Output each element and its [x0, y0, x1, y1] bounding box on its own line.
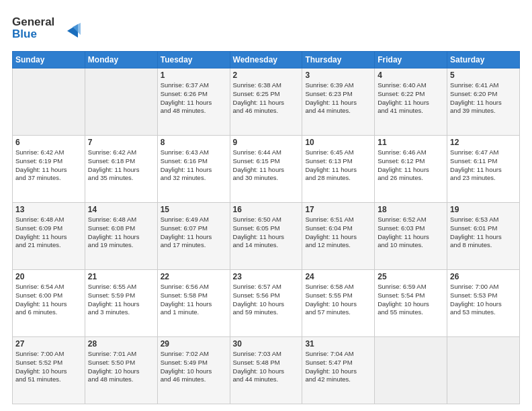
- day-number: 11: [378, 138, 444, 147]
- header: General Blue: [12, 12, 520, 44]
- week-row-4: 20Sunrise: 6:54 AM Sunset: 6:00 PM Dayli…: [13, 270, 520, 337]
- cell-content: Sunrise: 6:52 AM Sunset: 6:03 PM Dayligh…: [378, 216, 444, 250]
- day-number: 17: [305, 205, 371, 214]
- calendar-cell: 16Sunrise: 6:50 AM Sunset: 6:05 PM Dayli…: [230, 203, 302, 270]
- calendar-cell: [447, 337, 520, 404]
- cell-content: Sunrise: 6:54 AM Sunset: 6:00 PM Dayligh…: [15, 283, 82, 317]
- cell-content: Sunrise: 6:49 AM Sunset: 6:07 PM Dayligh…: [161, 216, 227, 250]
- calendar-cell: 26Sunrise: 7:00 AM Sunset: 5:53 PM Dayli…: [447, 270, 520, 337]
- cell-content: Sunrise: 6:47 AM Sunset: 6:11 PM Dayligh…: [450, 148, 517, 183]
- calendar-cell: 8Sunrise: 6:43 AM Sunset: 6:16 PM Daylig…: [157, 136, 230, 203]
- day-number: 26: [450, 272, 517, 281]
- calendar-cell: [85, 68, 157, 136]
- cell-content: Sunrise: 6:50 AM Sunset: 6:05 PM Dayligh…: [233, 216, 300, 250]
- cell-content: Sunrise: 6:53 AM Sunset: 6:01 PM Dayligh…: [450, 216, 517, 250]
- day-number: 10: [305, 138, 371, 147]
- cell-content: Sunrise: 6:55 AM Sunset: 5:59 PM Dayligh…: [88, 283, 154, 317]
- day-number: 6: [15, 138, 82, 147]
- cell-content: Sunrise: 7:03 AM Sunset: 5:48 PM Dayligh…: [233, 350, 300, 384]
- calendar-cell: 17Sunrise: 6:51 AM Sunset: 6:04 PM Dayli…: [302, 203, 375, 270]
- week-row-1: 1Sunrise: 6:37 AM Sunset: 6:26 PM Daylig…: [13, 68, 520, 136]
- cell-content: Sunrise: 6:41 AM Sunset: 6:20 PM Dayligh…: [450, 81, 517, 116]
- calendar-cell: 3Sunrise: 6:39 AM Sunset: 6:23 PM Daylig…: [302, 68, 375, 136]
- day-number: 19: [450, 205, 517, 214]
- week-row-5: 27Sunrise: 7:00 AM Sunset: 5:52 PM Dayli…: [13, 337, 520, 404]
- cell-content: Sunrise: 6:44 AM Sunset: 6:15 PM Dayligh…: [233, 148, 300, 183]
- calendar-cell: 11Sunrise: 6:46 AM Sunset: 6:12 PM Dayli…: [375, 136, 447, 203]
- calendar-cell: 22Sunrise: 6:56 AM Sunset: 5:58 PM Dayli…: [157, 270, 230, 337]
- cell-content: Sunrise: 6:42 AM Sunset: 6:19 PM Dayligh…: [15, 148, 82, 183]
- calendar-cell: 2Sunrise: 6:38 AM Sunset: 6:25 PM Daylig…: [230, 68, 302, 136]
- col-header-friday: Friday: [375, 52, 447, 68]
- cell-content: Sunrise: 6:40 AM Sunset: 6:22 PM Dayligh…: [378, 81, 444, 116]
- cell-content: Sunrise: 6:48 AM Sunset: 6:09 PM Dayligh…: [15, 216, 82, 250]
- cell-content: Sunrise: 6:39 AM Sunset: 6:23 PM Dayligh…: [305, 81, 371, 116]
- cell-content: Sunrise: 6:58 AM Sunset: 5:55 PM Dayligh…: [305, 283, 371, 317]
- day-number: 2: [233, 71, 300, 80]
- day-number: 20: [15, 272, 82, 281]
- cell-content: Sunrise: 6:56 AM Sunset: 5:58 PM Dayligh…: [161, 283, 227, 317]
- col-header-sunday: Sunday: [13, 52, 85, 68]
- calendar-cell: [13, 68, 85, 136]
- day-number: 22: [161, 272, 227, 281]
- calendar-cell: 13Sunrise: 6:48 AM Sunset: 6:09 PM Dayli…: [13, 203, 85, 270]
- day-number: 9: [233, 138, 300, 147]
- cell-content: Sunrise: 6:46 AM Sunset: 6:12 PM Dayligh…: [378, 148, 444, 183]
- cell-content: Sunrise: 7:02 AM Sunset: 5:49 PM Dayligh…: [161, 350, 227, 384]
- cell-content: Sunrise: 6:48 AM Sunset: 6:08 PM Dayligh…: [88, 216, 154, 250]
- day-number: 14: [88, 205, 154, 214]
- calendar-cell: 30Sunrise: 7:03 AM Sunset: 5:48 PM Dayli…: [230, 337, 302, 404]
- day-number: 29: [161, 339, 227, 349]
- day-number: 3: [305, 71, 371, 80]
- cell-content: Sunrise: 6:57 AM Sunset: 5:56 PM Dayligh…: [233, 283, 300, 317]
- day-number: 25: [378, 272, 444, 281]
- calendar-cell: 6Sunrise: 6:42 AM Sunset: 6:19 PM Daylig…: [13, 136, 85, 203]
- calendar-table: SundayMondayTuesdayWednesdayThursdayFrid…: [12, 51, 520, 404]
- cell-content: Sunrise: 6:51 AM Sunset: 6:04 PM Dayligh…: [305, 216, 371, 250]
- day-number: 15: [161, 205, 227, 214]
- calendar-cell: 1Sunrise: 6:37 AM Sunset: 6:26 PM Daylig…: [157, 68, 230, 136]
- cell-content: Sunrise: 6:38 AM Sunset: 6:25 PM Dayligh…: [233, 81, 300, 116]
- calendar-cell: 25Sunrise: 6:59 AM Sunset: 5:54 PM Dayli…: [375, 270, 447, 337]
- page: General Blue SundayMondayTuesdayWednesda…: [0, 0, 532, 411]
- svg-text:General: General: [12, 15, 54, 28]
- week-row-3: 13Sunrise: 6:48 AM Sunset: 6:09 PM Dayli…: [13, 203, 520, 270]
- calendar-cell: 27Sunrise: 7:00 AM Sunset: 5:52 PM Dayli…: [13, 337, 85, 404]
- day-number: 13: [15, 205, 82, 214]
- calendar-cell: 24Sunrise: 6:58 AM Sunset: 5:55 PM Dayli…: [302, 270, 375, 337]
- calendar-cell: 23Sunrise: 6:57 AM Sunset: 5:56 PM Dayli…: [230, 270, 302, 337]
- calendar-cell: 29Sunrise: 7:02 AM Sunset: 5:49 PM Dayli…: [157, 337, 230, 404]
- cell-content: Sunrise: 6:59 AM Sunset: 5:54 PM Dayligh…: [378, 283, 444, 317]
- logo-text: General Blue: [12, 12, 86, 44]
- cell-content: Sunrise: 7:00 AM Sunset: 5:53 PM Dayligh…: [450, 283, 517, 317]
- day-number: 1: [161, 71, 227, 80]
- day-number: 24: [305, 272, 371, 281]
- calendar-cell: 12Sunrise: 6:47 AM Sunset: 6:11 PM Dayli…: [447, 136, 520, 203]
- cell-content: Sunrise: 6:37 AM Sunset: 6:26 PM Dayligh…: [161, 81, 227, 116]
- day-number: 16: [233, 205, 300, 214]
- header-row: SundayMondayTuesdayWednesdayThursdayFrid…: [13, 52, 520, 68]
- col-header-monday: Monday: [85, 52, 157, 68]
- calendar-cell: 7Sunrise: 6:42 AM Sunset: 6:18 PM Daylig…: [85, 136, 157, 203]
- calendar-cell: 21Sunrise: 6:55 AM Sunset: 5:59 PM Dayli…: [85, 270, 157, 337]
- cell-content: Sunrise: 7:00 AM Sunset: 5:52 PM Dayligh…: [15, 350, 82, 384]
- calendar-cell: 19Sunrise: 6:53 AM Sunset: 6:01 PM Dayli…: [447, 203, 520, 270]
- calendar-cell: 14Sunrise: 6:48 AM Sunset: 6:08 PM Dayli…: [85, 203, 157, 270]
- day-number: 18: [378, 205, 444, 214]
- calendar-cell: 18Sunrise: 6:52 AM Sunset: 6:03 PM Dayli…: [375, 203, 447, 270]
- cell-content: Sunrise: 6:45 AM Sunset: 6:13 PM Dayligh…: [305, 148, 371, 183]
- calendar-cell: 31Sunrise: 7:04 AM Sunset: 5:47 PM Dayli…: [302, 337, 375, 404]
- day-number: 12: [450, 138, 517, 147]
- day-number: 8: [161, 138, 227, 147]
- day-number: 5: [450, 71, 517, 80]
- col-header-tuesday: Tuesday: [157, 52, 230, 68]
- calendar-cell: [375, 337, 447, 404]
- calendar-cell: 9Sunrise: 6:44 AM Sunset: 6:15 PM Daylig…: [230, 136, 302, 203]
- day-number: 23: [233, 272, 300, 281]
- col-header-wednesday: Wednesday: [230, 52, 302, 68]
- calendar-cell: 20Sunrise: 6:54 AM Sunset: 6:00 PM Dayli…: [13, 270, 85, 337]
- day-number: 31: [305, 339, 371, 349]
- logo: General Blue: [12, 12, 86, 44]
- cell-content: Sunrise: 6:42 AM Sunset: 6:18 PM Dayligh…: [88, 148, 154, 183]
- col-header-thursday: Thursday: [302, 52, 375, 68]
